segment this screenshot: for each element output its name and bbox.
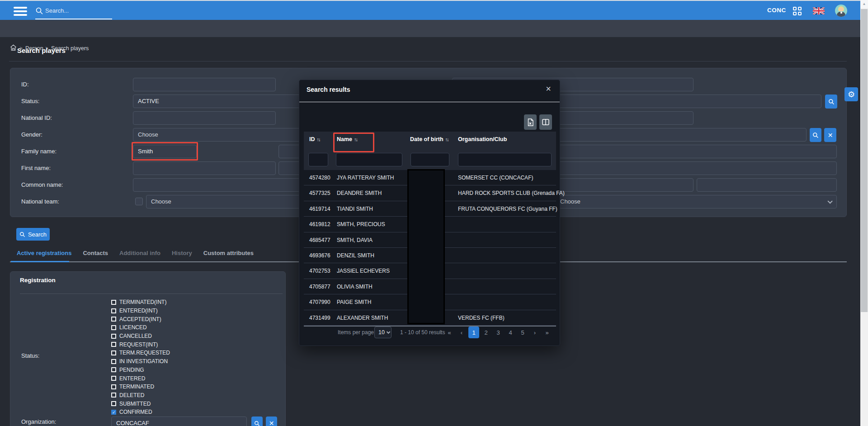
scroll-up-arrow-icon[interactable]: ▲ — [860, 0, 868, 8]
status-option-label: ACCEPTED(INT) — [119, 316, 161, 322]
id-input[interactable] — [133, 78, 276, 91]
status-option-row[interactable]: DELETED — [111, 391, 170, 400]
registration-title: Registration — [20, 277, 56, 284]
page-button-5[interactable]: 5 — [517, 327, 528, 338]
organization-search-button[interactable] — [251, 417, 263, 426]
status-search-button[interactable] — [825, 95, 837, 109]
next-page-icon[interactable]: › — [529, 327, 540, 338]
status-option-row[interactable]: CANCELLED — [111, 332, 170, 341]
status-option-row[interactable]: TERM.REQUESTED — [111, 349, 170, 357]
status-option-row[interactable]: REQUEST(INT) — [111, 340, 170, 349]
user-avatar[interactable] — [835, 5, 847, 17]
status-option-label: LICENCED — [119, 324, 147, 331]
checkbox-icon[interactable] — [111, 376, 116, 381]
close-icon[interactable]: × — [542, 83, 554, 95]
cell-name: JYA RATTERAY SMITH — [337, 170, 409, 185]
page-button-1[interactable]: 1 — [468, 327, 479, 338]
prev-page-icon[interactable]: ‹ — [456, 327, 467, 338]
page-button-3[interactable]: 3 — [493, 327, 504, 338]
vertical-scrollbar[interactable]: ▲ — [860, 0, 868, 426]
status-option-label: ENTERED(INT) — [119, 308, 158, 314]
organization-clear-button[interactable]: ✕ — [266, 417, 277, 426]
global-search-input[interactable] — [45, 5, 112, 15]
tab-additional-info[interactable]: Additional info — [119, 250, 160, 260]
scrollbar-thumb[interactable] — [861, 9, 868, 312]
search-underline — [35, 19, 112, 19]
checkbox-icon[interactable] — [111, 393, 116, 398]
common-name-input-right[interactable] — [697, 178, 837, 192]
cell-name: OLIVIA SMITH — [337, 279, 409, 294]
national-team-select-right[interactable]: Choose — [555, 195, 837, 208]
annotation-family-name-highlight — [132, 142, 198, 161]
cell-name: PAIGE SMITH — [337, 294, 409, 310]
checkbox-icon[interactable] — [111, 367, 116, 372]
organization-input[interactable]: CONCACAF — [111, 417, 247, 426]
gender-clear-button[interactable]: ✕ — [824, 128, 836, 142]
checkbox-icon[interactable] — [111, 317, 116, 322]
search-icon — [19, 232, 25, 237]
page-title: Search players — [17, 47, 66, 54]
first-page-icon[interactable]: « — [444, 327, 455, 338]
page-button-2[interactable]: 2 — [481, 327, 491, 338]
checkbox-icon[interactable] — [111, 401, 116, 406]
national-id-label: National ID: — [21, 111, 52, 125]
national-id-input[interactable] — [133, 111, 276, 125]
status-option-row[interactable]: LICENCED — [111, 323, 170, 332]
column-header-id[interactable]: ID↑↓ — [309, 136, 320, 142]
cell-name: JASSIEL ECHEVERS — [337, 263, 409, 279]
column-header-organisation-club[interactable]: Organisation/Club — [458, 136, 507, 142]
cell-name: TIANDI SMITH — [337, 201, 409, 217]
dob-filter-input[interactable] — [410, 153, 449, 166]
checkbox-icon[interactable] — [111, 308, 116, 313]
cell-org — [458, 217, 555, 232]
hamburger-menu-icon[interactable] — [14, 7, 27, 16]
status-option-row[interactable]: TERMINATED(INT) — [111, 298, 170, 307]
checkbox-icon[interactable] — [111, 350, 116, 355]
status-option-label: SUBMITTED — [119, 401, 151, 407]
tab-history[interactable]: History — [172, 250, 192, 260]
columns-settings-icon[interactable] — [539, 114, 552, 130]
checkbox-checked-icon[interactable]: ✓ — [111, 410, 116, 415]
tab-active-registrations[interactable]: Active registrations — [17, 250, 71, 260]
national-team-checkbox[interactable] — [135, 198, 143, 205]
gender-search-button[interactable] — [810, 128, 821, 142]
settings-gear-button[interactable]: ⚙ — [844, 87, 858, 101]
search-button-label: Search — [28, 231, 47, 238]
tab-contacts[interactable]: Contacts — [83, 250, 108, 260]
org-filter-input[interactable] — [458, 153, 552, 166]
status-option-row[interactable]: ENTERED — [111, 374, 170, 383]
items-per-page-select[interactable]: 10 — [374, 327, 392, 338]
divider — [20, 293, 283, 294]
topbar: CONC — [0, 1, 868, 20]
status-option-row[interactable]: TERMINATED — [111, 383, 170, 391]
status-option-label: TERM.REQUESTED — [119, 350, 170, 356]
checkbox-icon[interactable] — [111, 359, 116, 364]
checkbox-icon[interactable] — [111, 334, 116, 339]
status-option-row[interactable]: SUBMITTED — [111, 399, 170, 408]
search-button[interactable]: Search — [16, 228, 50, 241]
first-name-input[interactable] — [133, 161, 276, 175]
status-option-row[interactable]: ACCEPTED(INT) — [111, 315, 170, 323]
status-option-row[interactable]: PENDING — [111, 366, 170, 374]
status-option-row[interactable]: IN INVESTIGATION — [111, 357, 170, 366]
checkbox-icon[interactable] — [111, 342, 116, 347]
home-icon[interactable] — [10, 44, 17, 51]
checkbox-icon[interactable] — [111, 325, 116, 330]
column-header-date-of-birth[interactable]: Date of birth↑↓ — [410, 136, 448, 142]
checkbox-icon[interactable] — [111, 300, 116, 305]
page-button-4[interactable]: 4 — [505, 327, 516, 338]
breadcrumb: > Person > Search players — [0, 20, 868, 37]
tab-custom-attributes[interactable]: Custom attributes — [203, 250, 254, 260]
status-option-label: PENDING — [119, 367, 144, 373]
last-page-icon[interactable]: » — [542, 327, 552, 338]
cell-id: 4707990 — [309, 294, 336, 310]
status-option-label: DELETED — [119, 392, 144, 398]
apps-grid-icon[interactable] — [793, 7, 802, 16]
uk-flag-icon[interactable] — [813, 7, 825, 14]
export-excel-button[interactable] — [524, 114, 537, 130]
status-option-row[interactable]: ✓CONFIRMED — [111, 408, 170, 417]
name-filter-input[interactable] — [336, 153, 402, 166]
status-option-row[interactable]: ENTERED(INT) — [111, 307, 170, 315]
id-filter-input[interactable] — [308, 153, 328, 166]
checkbox-icon[interactable] — [111, 384, 116, 389]
